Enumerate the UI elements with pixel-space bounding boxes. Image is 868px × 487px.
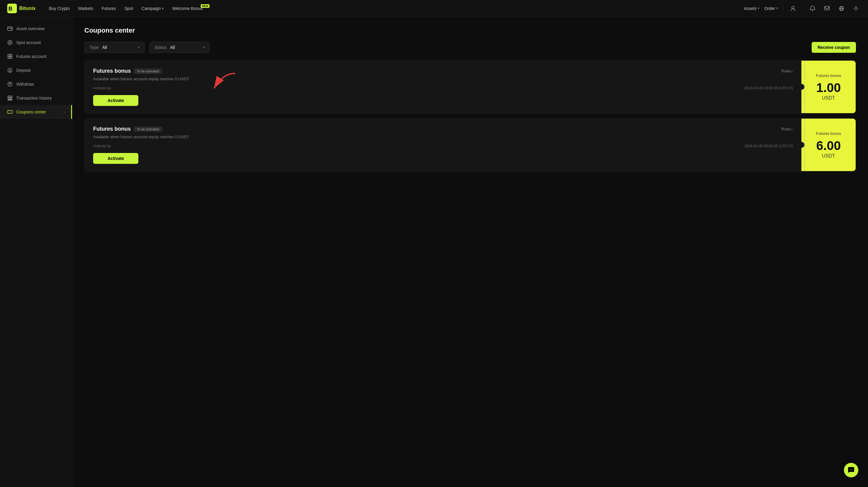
sidebar-item-withdraw[interactable]: Withdraw <box>0 77 72 91</box>
nav-welcome-bonus[interactable]: Welcome Bonus NEW <box>168 4 209 13</box>
nav-futures[interactable]: Futures <box>98 4 119 13</box>
svg-point-32 <box>852 469 852 470</box>
svg-point-15 <box>9 41 11 44</box>
coupon-rules-1[interactable]: Rules › <box>781 69 793 73</box>
type-filter[interactable]: Type All ▾ <box>84 41 145 53</box>
ticket-currency-2: USDT <box>822 153 835 159</box>
status-chevron-icon: ▾ <box>203 45 205 50</box>
activate-button-1[interactable]: Activate <box>93 95 138 106</box>
coupon-card-1: Futures bonus To be activated Rules › Av… <box>84 60 856 113</box>
brand-logo[interactable]: B Bitunix <box>7 4 36 13</box>
svg-rect-26 <box>8 99 12 100</box>
notification-button[interactable] <box>808 4 817 13</box>
page-title: Coupons center <box>84 27 856 34</box>
sidebar-item-spot-account[interactable]: Spot account <box>0 36 72 50</box>
svg-rect-16 <box>8 54 10 56</box>
coupon-expiry-1: 2024-04-06 00:00:00 (UTC+0) <box>744 86 793 90</box>
svg-rect-18 <box>8 57 10 59</box>
coupon-activate-row-2: Activate by 2024-04-06 00:00:00 (UTC+0) <box>93 144 793 148</box>
coupon-title-row-2: Futures bonus To be activated <box>93 126 162 132</box>
withdraw-icon <box>7 82 13 87</box>
nav-markets[interactable]: Markets <box>74 4 97 13</box>
coupon-status-2: To be activated <box>134 126 162 132</box>
receive-coupon-button[interactable]: Receive coupon <box>812 42 856 53</box>
campaign-chevron: ▾ <box>162 6 164 10</box>
status-filter[interactable]: Status All ▾ <box>150 41 210 53</box>
topnav-links: Buy Crypto Markets Futures Spot Campaign… <box>45 4 744 13</box>
svg-rect-27 <box>7 110 12 113</box>
coupon-title-row-1: Futures bonus To be activated <box>93 68 162 74</box>
nav-campaign[interactable]: Campaign ▾ <box>138 4 167 13</box>
nav-buy-crypto[interactable]: Buy Crypto <box>45 4 73 13</box>
type-value: All <box>102 45 107 50</box>
svg-rect-24 <box>8 96 12 97</box>
ticket-dashed-1 <box>804 61 805 113</box>
coupon-card-2: Futures bonus To be activated Rules › Av… <box>84 118 856 171</box>
svg-rect-12 <box>7 27 12 30</box>
nav-assets[interactable]: Assets ▾ <box>744 6 760 11</box>
rules-chevron-icon: › <box>792 69 793 73</box>
grid-icon <box>7 54 13 59</box>
svg-rect-13 <box>11 29 12 29</box>
brand-name: Bitunix <box>19 6 36 11</box>
svg-point-14 <box>8 40 12 45</box>
ticket-label-2: Futures bonus <box>816 131 841 136</box>
coupon-header-1: Futures bonus To be activated Rules › <box>93 68 793 74</box>
theme-button[interactable] <box>851 4 861 13</box>
coupon-status-1: To be activated <box>134 68 162 74</box>
sidebar: Asset overview Spot account Futures <box>0 17 72 487</box>
coupon-title-1: Futures bonus <box>93 68 131 74</box>
status-label: Status <box>155 45 167 50</box>
svg-point-31 <box>851 469 851 470</box>
circle-icon <box>7 40 13 45</box>
coupon-rules-2[interactable]: Rules › <box>781 127 793 131</box>
coupon-expiry-2: 2024-04-06 00:00:00 (UTC+0) <box>744 144 793 148</box>
coupon-activate-row-1: Activate by 2024-04-06 00:00:00 (UTC+0) <box>93 86 793 90</box>
activate-button-2[interactable]: Activate <box>93 153 138 164</box>
profile-button[interactable] <box>788 4 798 13</box>
type-chevron-icon: ▾ <box>138 45 140 50</box>
svg-rect-19 <box>10 57 12 59</box>
svg-point-30 <box>849 469 850 470</box>
coupon-ticket-1: Futures bonus 1.00 USDT <box>801 61 856 113</box>
topnav: B Bitunix Buy Crypto Markets Futures Spo… <box>0 0 868 17</box>
svg-text:B: B <box>8 6 12 12</box>
new-badge: NEW <box>201 4 210 8</box>
coupon-activate-by-1: Activate by <box>93 86 111 90</box>
topnav-right: Assets ▾ Order ▾ <box>744 4 861 13</box>
rules-chevron-icon-2: › <box>792 127 793 131</box>
order-chevron: ▾ <box>776 6 778 10</box>
sidebar-item-coupons-center[interactable]: Coupons center › <box>0 105 72 119</box>
ticket-amount-2: 6.00 <box>816 139 841 152</box>
history-icon <box>7 95 13 101</box>
sidebar-item-deposit[interactable]: Deposit <box>0 63 72 77</box>
nav-spot[interactable]: Spot <box>121 4 137 13</box>
filters-row: Type All ▾ Status All ▾ Receive coupon <box>84 41 856 53</box>
coupon-icon <box>7 109 13 115</box>
messages-button[interactable] <box>822 4 832 13</box>
ticket-dashed-2 <box>804 119 805 171</box>
coupon-card-wrapper-1: Futures bonus To be activated Rules › Av… <box>84 60 856 113</box>
coupon-desc-1: Available when futures account equity re… <box>93 77 793 81</box>
language-button[interactable] <box>837 4 846 13</box>
coupon-main-2: Futures bonus To be activated Rules › Av… <box>85 119 801 171</box>
nav-order[interactable]: Order ▾ <box>764 6 778 11</box>
sidebar-item-futures-account[interactable]: Futures account <box>0 50 72 63</box>
status-value: All <box>170 45 175 50</box>
chat-button[interactable] <box>844 463 858 477</box>
type-label: Type <box>90 45 98 50</box>
sidebar-item-asset-overview[interactable]: Asset overview <box>0 22 72 36</box>
coupon-title-2: Futures bonus <box>93 126 131 132</box>
assets-chevron: ▾ <box>758 6 760 10</box>
coupon-activate-by-2: Activate by <box>93 144 111 148</box>
coupon-desc-2: Available when futures account equity re… <box>93 135 793 139</box>
nav-divider2 <box>803 5 803 11</box>
ticket-label-1: Futures bonus <box>816 73 841 78</box>
coupon-main-1: Futures bonus To be activated Rules › Av… <box>85 61 801 113</box>
nav-divider <box>783 5 783 11</box>
svg-point-2 <box>792 6 794 9</box>
main-content: Coupons center Type All ▾ Status All ▾ R… <box>72 17 868 487</box>
svg-rect-3 <box>825 6 830 10</box>
wallet-icon <box>7 26 13 31</box>
sidebar-item-transaction-history[interactable]: Transaction history <box>0 91 72 105</box>
